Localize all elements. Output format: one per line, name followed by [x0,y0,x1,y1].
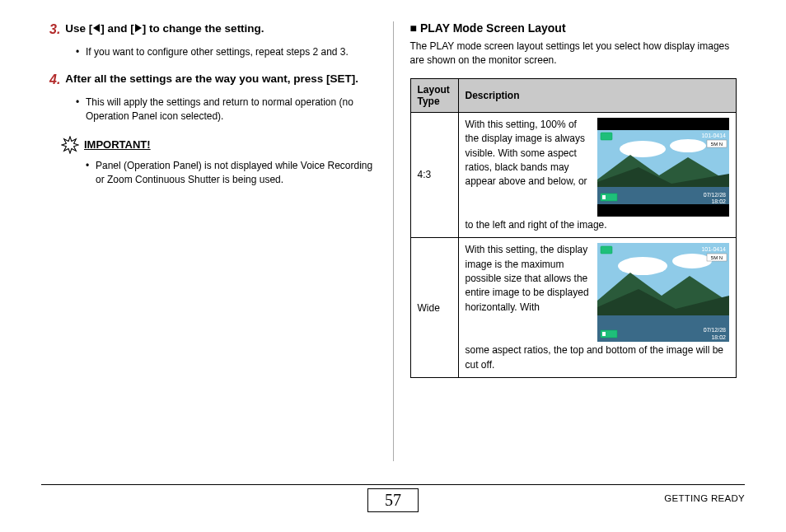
layout-type-cell: Wide [410,238,458,378]
description-cell: With this setting, the display image is … [458,238,737,378]
left-arrow-icon [93,24,100,32]
svg-point-3 [620,141,666,157]
step-3-text: Use [] and [] to change the setting. [65,21,264,37]
svg-marker-27 [602,332,606,336]
page-footer: 57 GETTING READY [41,484,745,512]
step-3-number: 3. [49,21,60,37]
description-text: With this setting, the display image is … [466,243,592,315]
table-header-description: Description [458,78,737,112]
svg-text:18:02: 18:02 [711,198,726,204]
step-4: 4. After all the settings are the way yo… [49,72,377,87]
step-4-text: After all the settings are the way you w… [65,72,358,87]
page-number: 57 [367,488,419,512]
svg-marker-13 [602,195,606,199]
table-header-layout-type: Layout Type [410,78,458,112]
table-row: 4:3 With this setting, 100% of the displ… [410,112,737,237]
svg-point-4 [670,139,706,152]
svg-marker-0 [62,136,78,152]
svg-text:5M N: 5M N [711,142,723,147]
svg-text:18:02: 18:02 [711,334,726,340]
svg-point-17 [618,257,667,275]
svg-text:07/12/28: 07/12/28 [704,327,726,333]
section-heading: ■PLAY Mode Screen Layout [410,21,737,35]
column-divider [393,21,394,461]
table-row: Wide With this setting, the display imag… [410,238,737,378]
step-4-bullet: This will apply the settings and return … [76,96,377,124]
layout-table: Layout Type Description 4:3 With this se… [410,78,737,378]
svg-point-18 [672,254,712,268]
step-3-bullet: If you want to configure other settings,… [76,45,377,59]
important-bullet: Panel (Operation Panel) is not displayed… [86,159,377,188]
important-row: IMPORTANT! [61,136,377,154]
svg-text:101-0414: 101-0414 [701,246,726,252]
svg-text:101-0414: 101-0414 [701,133,726,138]
layout-type-cell: 4:3 [410,112,458,237]
step-3: 3. Use [] and [] to change the setting. [49,21,377,37]
description-text: With this setting, 100% of the display i… [466,118,592,189]
section-intro: The PLAY mode screen layout settings let… [410,40,737,68]
section-label: GETTING READY [664,493,745,503]
description-tail: some aspect ratios, the top and bottom o… [466,343,730,372]
right-arrow-icon [135,24,142,32]
footer-rule [41,484,745,485]
description-tail: to the left and right of the image. [466,218,730,232]
svg-rect-22 [601,246,612,254]
svg-text:5M N: 5M N [711,255,723,260]
preview-thumb-wide: 101-0414 5M N 07/12/28 18:02 [597,243,729,342]
starburst-icon [61,136,79,154]
important-label: IMPORTANT! [84,138,151,151]
svg-text:07/12/28: 07/12/28 [704,192,726,198]
step-4-number: 4. [49,72,60,87]
svg-rect-8 [601,133,612,140]
square-bullet-icon: ■ [410,21,417,35]
preview-thumb-43: 101-0414 5M N 07/12/28 18:02 [597,118,729,217]
description-cell: With this setting, 100% of the display i… [458,112,737,237]
